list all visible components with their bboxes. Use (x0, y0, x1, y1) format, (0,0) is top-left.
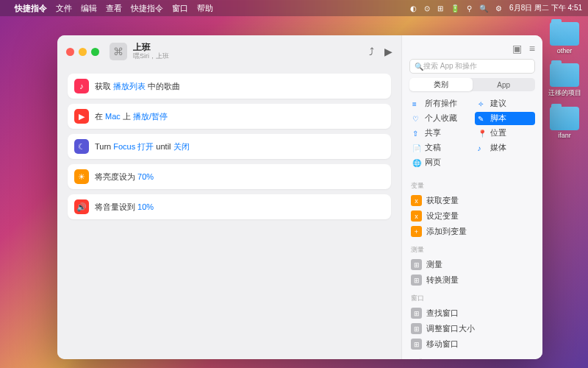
segment-app[interactable]: App (473, 78, 536, 91)
category-label: 共享 (425, 128, 441, 138)
library-item[interactable]: ⊞转换测量 (409, 272, 535, 288)
menubar-date[interactable]: 6月8日 周二 下午 4:51 (509, 3, 582, 13)
search-input[interactable]: 🔍 搜索 App 和操作 (409, 59, 535, 74)
menu-view[interactable]: 查看 (106, 3, 122, 14)
category-label: 脚本 (490, 113, 506, 124)
category-icon: ♪ (478, 144, 487, 152)
folder-label: ifanr (558, 132, 571, 139)
segment-category[interactable]: 类别 (409, 78, 473, 91)
item-label: 添加到变量 (426, 227, 467, 237)
category-icon: ♡ (412, 115, 421, 123)
menu-help[interactable]: 帮助 (197, 3, 213, 14)
group-header: 窗口 (411, 294, 535, 303)
window-subtitle: 嘿Siri，上班 (133, 53, 169, 60)
category-icon: ✧ (478, 100, 487, 108)
action-row[interactable]: 🔊将音量设到 10% (68, 194, 391, 219)
item-label: 移动窗口 (426, 339, 459, 350)
item-icon: x (411, 210, 422, 222)
library-icon[interactable]: ▣ (512, 43, 522, 54)
group-header: 词典 (411, 358, 535, 359)
maximize-button[interactable] (91, 48, 99, 56)
actions-list: ♪获取 播放列表 中的歌曲▶在 Mac 上 播放/暂停☾Turn Focus 打… (57, 68, 401, 225)
action-row[interactable]: ▶在 Mac 上 播放/暂停 (68, 104, 391, 129)
category-item[interactable]: 🌐网页 (409, 156, 470, 169)
action-library: 变量x获取变量x设定变量+添加到变量测量⊞测量⊞转换测量窗口⊞查找窗口⊞调整窗口… (402, 175, 542, 359)
segment-control[interactable]: 类别 App (409, 78, 535, 91)
item-label: 测量 (426, 260, 442, 270)
status-icon[interactable]: ⊙ (424, 4, 430, 13)
action-row[interactable]: ♪获取 播放列表 中的歌曲 (68, 74, 391, 99)
action-icon: 🔊 (74, 199, 89, 214)
category-item[interactable]: ⇧共享 (409, 127, 470, 140)
menubar: 快捷指令 文件 编辑 查看 快捷指令 窗口 帮助 ◐ ⊙ ⊞ 🔋 ⚲ 🔍 ⚙ 6… (0, 0, 588, 16)
status-icon[interactable]: ⊞ (437, 4, 443, 13)
sidebar: ▣ ≡ 🔍 搜索 App 和操作 类别 App ≡所有操作✧建议♡个人收藏✎脚本… (401, 35, 542, 359)
action-icon: ▶ (74, 109, 89, 124)
action-row[interactable]: ☀将亮度设为 70% (68, 164, 391, 189)
desktop-folder[interactable]: 迁移的项目 (547, 63, 582, 98)
category-label: 文稿 (425, 143, 441, 153)
item-icon: ⊞ (411, 339, 422, 350)
category-item[interactable]: 📍位置 (475, 127, 536, 140)
item-label: 获取变量 (426, 196, 459, 206)
category-icon: 🌐 (412, 159, 421, 167)
item-icon: x (411, 195, 422, 206)
main-panel: ⌘ 上班 嘿Siri，上班 ⤴ ▶ ♪获取 播放列表 中的歌曲▶在 Mac 上 … (57, 35, 401, 359)
library-item[interactable]: ⊞测量 (409, 257, 535, 272)
category-icon: 📄 (412, 144, 421, 152)
window-title: 上班 (133, 43, 169, 52)
action-text: 在 Mac 上 播放/暂停 (95, 111, 168, 122)
status-icon[interactable]: ◐ (410, 4, 417, 13)
category-label: 建议 (490, 99, 506, 109)
menu-file[interactable]: 文件 (56, 3, 72, 14)
share-icon[interactable]: ⤴ (369, 46, 374, 57)
search-placeholder: 搜索 App 和操作 (423, 61, 477, 71)
minimize-button[interactable] (79, 48, 87, 56)
desktop-icons: other 迁移的项目 ifanr (547, 22, 582, 139)
battery-icon[interactable]: 🔋 (451, 4, 459, 13)
category-icon: ✎ (478, 115, 487, 123)
item-icon: ⊞ (411, 308, 422, 319)
item-icon: ⊞ (411, 259, 422, 270)
menu-edit[interactable]: 编辑 (81, 3, 97, 14)
menu-shortcuts[interactable]: 快捷指令 (131, 3, 163, 14)
library-item[interactable]: ⊞调整窗口大小 (409, 321, 535, 336)
category-label: 位置 (490, 128, 506, 138)
action-icon: ♪ (74, 79, 89, 93)
category-label: 所有操作 (425, 99, 457, 109)
action-text: 将音量设到 10% (95, 202, 154, 213)
close-button[interactable] (66, 48, 74, 56)
category-item[interactable]: ✧建议 (475, 97, 536, 110)
category-item[interactable]: ✎脚本 (475, 112, 536, 125)
menu-window[interactable]: 窗口 (172, 3, 188, 14)
control-center-icon[interactable]: ⚙ (495, 4, 502, 13)
item-label: 转换测量 (426, 275, 459, 286)
library-item[interactable]: x设定变量 (409, 208, 535, 224)
wifi-icon[interactable]: ⚲ (467, 4, 472, 13)
run-icon[interactable]: ▶ (384, 46, 392, 57)
category-item[interactable]: 📄文稿 (409, 141, 470, 155)
list-icon[interactable]: ≡ (529, 43, 535, 54)
item-icon: ⊞ (411, 323, 422, 334)
category-grid: ≡所有操作✧建议♡个人收藏✎脚本⇧共享📍位置📄文稿♪媒体🌐网页 (402, 97, 542, 175)
titlebar: ⌘ 上班 嘿Siri，上班 ⤴ ▶ (57, 35, 401, 68)
item-label: 调整窗口大小 (426, 324, 475, 334)
desktop-folder[interactable]: other (547, 22, 582, 54)
category-icon: ≡ (412, 100, 421, 108)
category-icon: ⇧ (412, 130, 421, 138)
item-label: 查找窗口 (426, 308, 459, 319)
search-icon[interactable]: 🔍 (479, 4, 488, 13)
desktop-folder[interactable]: ifanr (547, 107, 582, 139)
library-item[interactable]: x获取变量 (409, 193, 535, 208)
folder-label: 迁移的项目 (548, 88, 581, 98)
category-item[interactable]: ♡个人收藏 (409, 112, 470, 125)
item-icon: ⊞ (411, 275, 422, 286)
library-item[interactable]: ⊞移动窗口 (409, 336, 535, 352)
category-item[interactable]: ≡所有操作 (409, 97, 470, 110)
library-item[interactable]: ⊞查找窗口 (409, 305, 535, 321)
category-label: 网页 (425, 158, 441, 168)
menu-app[interactable]: 快捷指令 (15, 3, 47, 14)
action-row[interactable]: ☾Turn Focus 打开 until 关闭 (68, 134, 391, 159)
library-item[interactable]: +添加到变量 (409, 224, 535, 239)
category-item[interactable]: ♪媒体 (475, 141, 536, 155)
